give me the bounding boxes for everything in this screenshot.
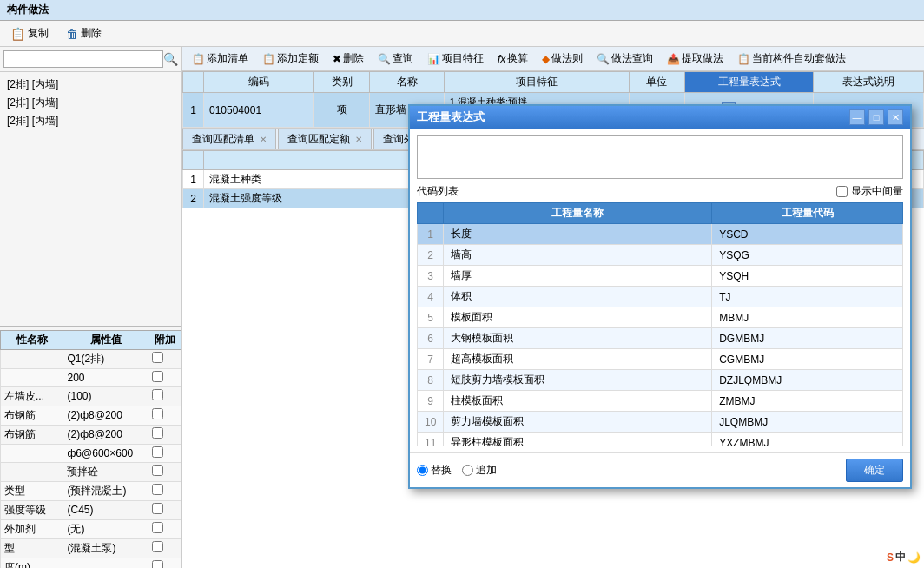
bill-col-expr: 工程量表达式 <box>685 72 814 93</box>
tree-item[interactable]: [2排] [内墙] <box>3 94 178 112</box>
props-table: 性名称 属性值 附加 Q1(2排) 200 左墙皮...(100) 布钢筋(2)… <box>0 330 182 569</box>
search-input[interactable] <box>3 50 163 68</box>
extra-checkbox[interactable] <box>152 408 163 419</box>
window-title: 构件做法 <box>7 3 49 17</box>
extra-checkbox[interactable] <box>152 427 163 439</box>
bill-col-features: 项目特征 <box>444 72 629 93</box>
extra-checkbox[interactable] <box>152 389 163 400</box>
extract-method-button[interactable]: 📤 提取做法 <box>663 50 728 67</box>
table-row: 外加剂(无) <box>1 519 182 538</box>
replace-label: 替换 <box>431 463 452 478</box>
tab-match-quota[interactable]: 查询匹配定额 ✕ <box>278 129 372 149</box>
method-button[interactable]: ◆ 做法则 <box>538 50 587 67</box>
replace-radio[interactable]: 替换 <box>417 463 452 478</box>
code-table-container: 工程量名称 工程量代码 1 长度 YSCD 2 墙高 YSQG 3 墙厚 YSQ… <box>417 202 903 446</box>
table-row: 左墙皮...(100) <box>1 386 182 406</box>
code-table-row[interactable]: 1 长度 YSCD <box>418 224 903 245</box>
code-table-row[interactable]: 3 墙厚 YSQH <box>418 266 903 287</box>
dialog-footer: 替换 追加 确定 <box>410 452 910 487</box>
query-icon: 🔍 <box>378 53 391 65</box>
code-table-row[interactable]: 6 大钢模板面积 DGMBMJ <box>418 328 903 349</box>
bill-col-desc: 表达式说明 <box>813 72 923 93</box>
props-col-name: 性名称 <box>1 330 63 349</box>
bill-col-num <box>183 72 204 93</box>
right-toolbar: 📋 添加清单 📋 添加定额 ✖ 删除 🔍 查询 📊 项目特征 fx 换算 <box>182 47 924 71</box>
top-toolbar: 📋 复制 🗑 删除 <box>0 21 924 47</box>
add-list-button[interactable]: 📋 添加清单 <box>188 50 253 67</box>
code-table-row[interactable]: 10 剪力墙模板面积 JLQMBMJ <box>418 412 903 433</box>
dialog-close-button[interactable]: ✕ <box>888 109 903 125</box>
expr-input-area[interactable] <box>417 135 903 179</box>
confirm-button[interactable]: 确定 <box>846 459 903 482</box>
extra-checkbox[interactable] <box>152 541 163 552</box>
add-quota-button[interactable]: 📋 添加定额 <box>258 50 323 67</box>
table-row: 型(混凝土泵) <box>1 538 182 558</box>
method-query-button[interactable]: 🔍 做法查询 <box>592 50 657 67</box>
code-table-row[interactable]: 9 柱模板面积 ZMBMJ <box>418 391 903 412</box>
extract-icon: 📤 <box>667 53 680 65</box>
method-icon: ◆ <box>542 53 550 65</box>
code-table-row[interactable]: 5 模板面积 MBMJ <box>418 307 903 328</box>
tab-close-icon[interactable]: ✕ <box>355 135 362 144</box>
feature-col-num <box>183 151 204 170</box>
item-feature-button[interactable]: 📊 项目特征 <box>423 50 488 67</box>
delete-button[interactable]: 🗑 删除 <box>61 24 107 43</box>
tree-item[interactable]: [2排] [内墙] <box>3 76 178 94</box>
dialog-title: 工程量表达式 <box>417 109 485 125</box>
extra-checkbox[interactable] <box>152 560 163 568</box>
code-list-label: 代码列表 <box>417 184 459 199</box>
code-col-code: 工程量代码 <box>712 203 903 224</box>
left-tree: [2排] [内墙] [2排] [内墙] [2排] [内墙] <box>0 72 182 322</box>
dialog-minimize-button[interactable]: — <box>849 109 865 125</box>
extra-checkbox[interactable] <box>152 484 163 495</box>
extra-checkbox[interactable] <box>152 503 163 514</box>
add-list-icon: 📋 <box>192 53 205 65</box>
append-radio[interactable]: 追加 <box>462 463 497 478</box>
table-row: 200 <box>1 368 182 386</box>
code-col-name: 工程量名称 <box>444 203 712 224</box>
code-table-row[interactable]: 8 短肢剪力墙模板面积 DZJLQMBMJ <box>418 370 903 391</box>
tree-item[interactable]: [2排] [内墙] <box>3 112 178 130</box>
code-table-row[interactable]: 4 体积 TJ <box>418 287 903 307</box>
extra-checkbox[interactable] <box>152 352 163 363</box>
copy-button[interactable]: 📋 复制 <box>5 24 54 43</box>
props-panel: 性名称 属性值 附加 Q1(2排) 200 左墙皮...(100) 布钢筋(2)… <box>0 330 182 569</box>
remove-button[interactable]: ✖ 删除 <box>328 50 368 67</box>
auto-method-icon: 📋 <box>737 53 750 65</box>
table-row: 预拌砼 <box>1 462 182 481</box>
table-row: ф6@600×600 <box>1 444 182 462</box>
table-row: 度(m) <box>1 558 182 568</box>
search-button[interactable]: 🔍 <box>163 52 178 66</box>
extra-checkbox[interactable] <box>152 446 163 458</box>
code-table-row[interactable]: 2 墙高 YSQG <box>418 245 903 266</box>
item-feature-icon: 📊 <box>427 53 440 65</box>
extra-checkbox[interactable] <box>152 371 163 382</box>
dialog-body: 代码列表 显示中间量 工程量名称 工程量代码 1 长度 YSCD <box>410 129 910 452</box>
show-mid-checkbox[interactable] <box>836 186 848 197</box>
copy-icon: 📋 <box>10 27 25 41</box>
code-list-header: 代码列表 显示中间量 <box>417 184 903 199</box>
tab-match-list[interactable]: 查询匹配清单 ✕ <box>182 129 276 149</box>
table-row: 布钢筋(2)ф8@200 <box>1 406 182 425</box>
dialog-restore-button[interactable]: □ <box>868 109 884 125</box>
extra-checkbox[interactable] <box>152 522 163 533</box>
auto-method-button[interactable]: 📋 当前构件自动套做法 <box>733 50 850 67</box>
dialog-titlebar: 工程量表达式 — □ ✕ <box>410 106 910 129</box>
append-label: 追加 <box>476 463 497 478</box>
code-col-num <box>418 203 444 224</box>
add-quota-icon: 📋 <box>262 53 275 65</box>
bill-col-code: 编码 <box>204 72 314 93</box>
tab-close-icon[interactable]: ✕ <box>260 135 267 144</box>
code-table-row[interactable]: 11 异形柱模板面积 YXZMBMJ <box>418 433 903 446</box>
bill-col-name: 名称 <box>370 72 444 93</box>
extra-checkbox[interactable] <box>152 465 163 476</box>
show-mid-group: 显示中间量 <box>836 184 903 199</box>
code-table-row[interactable]: 7 超高模板面积 CGMBMJ <box>418 349 903 370</box>
left-search-bar: 🔍 <box>0 47 182 72</box>
brand-text2: 中 <box>895 550 906 565</box>
method-query-icon: 🔍 <box>597 53 610 65</box>
query-button[interactable]: 🔍 查询 <box>373 50 418 67</box>
bill-col-type: 类别 <box>314 72 370 93</box>
calc-button[interactable]: fx 换算 <box>493 50 532 67</box>
brand-logo: S 中 🌙 <box>887 550 921 565</box>
